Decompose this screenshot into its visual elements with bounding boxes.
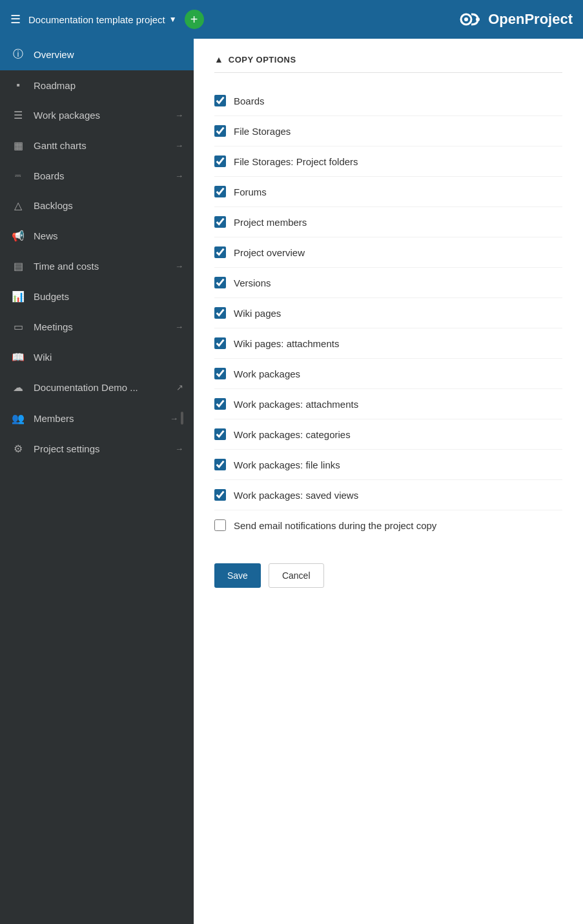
arrow-icon-time-and-costs: → bbox=[175, 261, 183, 271]
arrow-icon-work-packages: → bbox=[175, 110, 183, 120]
checkbox-label-wiki-pages-attachments: Wiki pages: attachments bbox=[234, 338, 339, 349]
arrow-icon-meetings: → bbox=[175, 322, 183, 332]
overview-icon: ⓘ bbox=[10, 48, 26, 61]
checkbox-label-work-packages-file-links: Work packages: file links bbox=[234, 459, 340, 470]
budgets-icon: 📊 bbox=[10, 290, 26, 303]
arrow-icon-members: → bbox=[170, 414, 178, 423]
add-project-button[interactable]: + bbox=[185, 10, 204, 29]
news-icon: 📢 bbox=[10, 230, 26, 242]
checkbox-item-file-storages-project-folders: File Storages: Project folders bbox=[214, 146, 562, 177]
action-buttons: Save Cancel bbox=[214, 556, 562, 588]
checkbox-item-work-packages-file-links: Work packages: file links bbox=[214, 450, 562, 480]
openproject-logo-icon bbox=[460, 10, 483, 28]
wiki-icon: 📖 bbox=[10, 351, 26, 363]
sidebar-label-work-packages: Work packages bbox=[34, 110, 175, 121]
header: ☰ Documentation template project ▼ + Ope… bbox=[0, 0, 583, 39]
checkbox-label-file-storages: File Storages bbox=[234, 126, 291, 137]
checkbox-label-send-email-notifications: Send email notifications during the proj… bbox=[234, 520, 436, 531]
checkbox-label-boards: Boards bbox=[234, 95, 265, 106]
content: ▲ COPY OPTIONS BoardsFile StoragesFile S… bbox=[194, 39, 583, 924]
sidebar-label-boards: Boards bbox=[34, 170, 175, 181]
sidebar-item-documentation-demo[interactable]: ☁Documentation Demo ...↗ bbox=[0, 372, 194, 403]
sidebar-label-gantt-charts: Gantt charts bbox=[34, 140, 175, 151]
checkbox-label-project-members: Project members bbox=[234, 217, 307, 228]
sidebar-item-roadmap[interactable]: ▪Roadmap bbox=[0, 70, 194, 100]
checkbox-label-versions: Versions bbox=[234, 277, 271, 288]
checkbox-item-boards: Boards bbox=[214, 86, 562, 116]
sidebar-item-boards[interactable]: ⎓Boards→ bbox=[0, 161, 194, 190]
sidebar-label-news: News bbox=[34, 230, 183, 241]
checkbox-wiki-pages[interactable] bbox=[214, 307, 226, 319]
checkbox-item-versions: Versions bbox=[214, 268, 562, 298]
checkbox-work-packages-file-links[interactable] bbox=[214, 459, 226, 470]
checkbox-item-forums: Forums bbox=[214, 177, 562, 207]
checkbox-project-members[interactable] bbox=[214, 216, 226, 228]
header-left: ☰ Documentation template project ▼ + bbox=[10, 10, 460, 29]
checkbox-item-project-members: Project members bbox=[214, 207, 562, 237]
checkbox-work-packages-categories[interactable] bbox=[214, 428, 226, 440]
main-layout: ⓘOverview▪Roadmap☰Work packages→▦Gantt c… bbox=[0, 39, 583, 924]
roadmap-icon: ▪ bbox=[10, 79, 26, 91]
sidebar-item-wiki[interactable]: 📖Wiki bbox=[0, 342, 194, 372]
checkbox-send-email-notifications[interactable] bbox=[214, 519, 226, 531]
project-selector[interactable]: Documentation template project ▼ bbox=[28, 14, 177, 25]
work-packages-icon: ☰ bbox=[10, 109, 26, 121]
cancel-button[interactable]: Cancel bbox=[269, 563, 324, 588]
arrow-icon-boards: → bbox=[175, 171, 183, 181]
documentation-demo-icon: ☁ bbox=[10, 381, 26, 394]
arrow-icon-documentation-demo: ↗ bbox=[176, 383, 183, 392]
checkbox-label-wiki-pages: Wiki pages bbox=[234, 308, 281, 319]
checkbox-work-packages-attachments[interactable] bbox=[214, 398, 226, 410]
checkbox-item-project-overview: Project overview bbox=[214, 237, 562, 268]
sidebar-label-roadmap: Roadmap bbox=[34, 80, 183, 91]
checkbox-label-project-overview: Project overview bbox=[234, 247, 305, 258]
sidebar-item-members[interactable]: 👥Members→ bbox=[0, 403, 194, 434]
collapse-icon[interactable]: ▲ bbox=[214, 54, 223, 65]
sidebar-item-meetings[interactable]: ▭Meetings→ bbox=[0, 312, 194, 342]
sidebar-item-backlogs[interactable]: △Backlogs bbox=[0, 190, 194, 221]
logo: OpenProject bbox=[460, 10, 573, 28]
checkbox-versions[interactable] bbox=[214, 277, 226, 288]
meetings-icon: ▭ bbox=[10, 321, 26, 333]
checkbox-forums[interactable] bbox=[214, 186, 226, 197]
boards-icon: ⎓ bbox=[10, 170, 26, 181]
hamburger-icon[interactable]: ☰ bbox=[10, 12, 21, 26]
checkbox-work-packages[interactable] bbox=[214, 368, 226, 379]
checkbox-boards[interactable] bbox=[214, 95, 226, 106]
logo-text: OpenProject bbox=[488, 11, 573, 28]
save-button[interactable]: Save bbox=[214, 563, 261, 588]
sidebar-item-budgets[interactable]: 📊Budgets bbox=[0, 281, 194, 312]
svg-point-2 bbox=[476, 17, 480, 21]
sidebar-item-work-packages[interactable]: ☰Work packages→ bbox=[0, 100, 194, 130]
copy-options-title: COPY OPTIONS bbox=[229, 55, 296, 65]
sidebar-item-project-settings[interactable]: ⚙Project settings→ bbox=[0, 434, 194, 464]
sidebar-item-news[interactable]: 📢News bbox=[0, 221, 194, 251]
members-icon: 👥 bbox=[10, 412, 26, 425]
sidebar-item-overview[interactable]: ⓘOverview bbox=[0, 39, 194, 70]
checkbox-wiki-pages-attachments[interactable] bbox=[214, 337, 226, 349]
arrow-icon-gantt-charts: → bbox=[175, 141, 183, 150]
sidebar-label-documentation-demo: Documentation Demo ... bbox=[34, 382, 176, 393]
resize-handle[interactable] bbox=[181, 412, 183, 425]
checkbox-project-overview[interactable] bbox=[214, 246, 226, 258]
checkbox-label-work-packages-attachments: Work packages: attachments bbox=[234, 399, 358, 410]
sidebar-label-overview: Overview bbox=[34, 49, 183, 60]
checkbox-label-work-packages: Work packages bbox=[234, 368, 300, 379]
time-and-costs-icon: ▤ bbox=[10, 260, 26, 272]
checkbox-item-work-packages: Work packages bbox=[214, 359, 562, 389]
checkbox-work-packages-saved-views[interactable] bbox=[214, 489, 226, 501]
checkbox-file-storages-project-folders[interactable] bbox=[214, 156, 226, 167]
sidebar-label-budgets: Budgets bbox=[34, 291, 183, 302]
sidebar-item-gantt-charts[interactable]: ▦Gantt charts→ bbox=[0, 130, 194, 161]
caret-icon: ▼ bbox=[169, 15, 177, 24]
arrow-icon-project-settings: → bbox=[175, 444, 183, 454]
checkbox-item-file-storages: File Storages bbox=[214, 116, 562, 146]
sidebar-label-meetings: Meetings bbox=[34, 321, 175, 332]
checkbox-item-work-packages-saved-views: Work packages: saved views bbox=[214, 480, 562, 510]
project-name: Documentation template project bbox=[28, 14, 165, 25]
checkbox-label-work-packages-saved-views: Work packages: saved views bbox=[234, 490, 358, 501]
checkbox-file-storages[interactable] bbox=[214, 125, 226, 137]
copy-options-header: ▲ COPY OPTIONS bbox=[214, 54, 562, 73]
backlogs-icon: △ bbox=[10, 199, 26, 212]
sidebar-item-time-and-costs[interactable]: ▤Time and costs→ bbox=[0, 251, 194, 281]
